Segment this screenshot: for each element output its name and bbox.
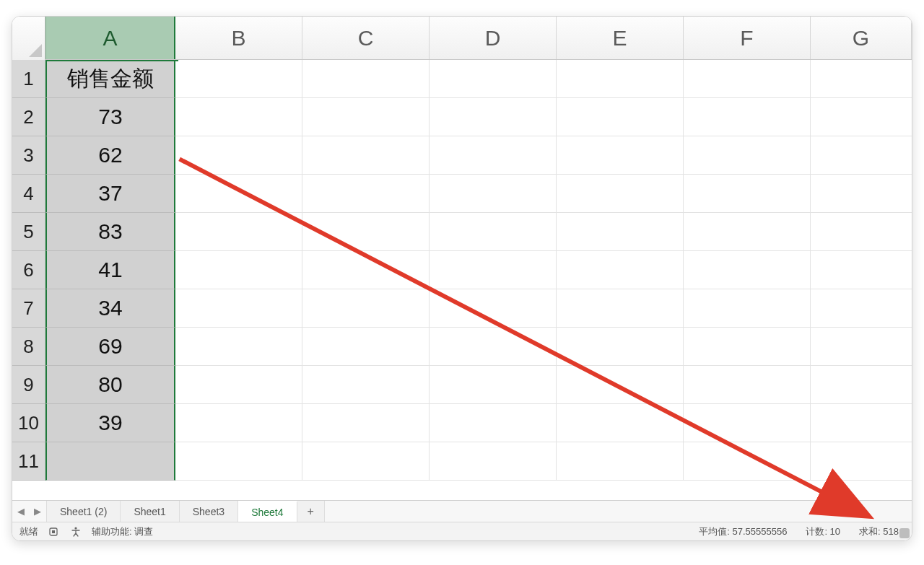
cell-C1[interactable] [302,60,430,98]
cell-E1[interactable] [557,60,684,98]
cell-B6[interactable] [175,251,302,289]
cell-B3[interactable] [175,136,302,175]
cell-E3[interactable] [557,136,684,175]
next-sheet-icon[interactable]: ▶ [34,506,41,517]
cell-G3[interactable] [811,136,912,175]
cell-D10[interactable] [430,404,557,442]
cell-E6[interactable] [557,251,684,289]
cell-B2[interactable] [175,98,302,136]
cell-A6[interactable]: 41 [45,251,175,289]
cell-B4[interactable] [175,175,302,213]
cell-A1[interactable]: 销售金额 [45,60,175,98]
sheet-tab[interactable]: Sheet1 (2) [47,501,121,522]
cell-G7[interactable] [811,289,912,328]
row-header-3[interactable]: 3 [12,136,45,175]
cell-A11[interactable] [45,442,175,481]
cell-D4[interactable] [430,175,557,213]
cell-F2[interactable] [684,98,811,136]
cell-G9[interactable] [811,366,912,404]
cell-D6[interactable] [430,251,557,289]
cell-E11[interactable] [557,442,684,481]
column-header-G[interactable]: G [811,17,912,59]
cell-A10[interactable]: 39 [45,404,175,442]
cell-F1[interactable] [684,60,811,98]
cell-D5[interactable] [430,213,557,251]
cell-E5[interactable] [557,213,684,251]
cell-A9[interactable]: 80 [45,366,175,404]
cell-C7[interactable] [302,289,430,328]
cell-D1[interactable] [430,60,557,98]
cell-C6[interactable] [302,251,430,289]
cell-G4[interactable] [811,175,912,213]
cell-E2[interactable] [557,98,684,136]
cell-G8[interactable] [811,328,912,366]
sheet-tab[interactable]: Sheet3 [180,501,238,522]
add-sheet-button[interactable]: + [297,501,325,522]
cell-D11[interactable] [430,442,557,481]
cell-B11[interactable] [175,442,302,481]
cell-C10[interactable] [302,404,430,442]
sheet-tab-active[interactable]: Sheet4 [238,501,297,522]
select-all-corner[interactable] [12,17,45,60]
cell-G5[interactable] [811,213,912,251]
cell-F3[interactable] [684,136,811,175]
cell-G6[interactable] [811,251,912,289]
cell-C11[interactable] [302,442,430,481]
column-header-A[interactable]: A [45,17,175,59]
grid-body[interactable]: 1 销售金额 2 73 3 62 [12,60,912,500]
row-header-1[interactable]: 1 [12,60,45,98]
row-header-4[interactable]: 4 [12,175,45,213]
cell-G1[interactable] [811,60,912,98]
cell-F8[interactable] [684,328,811,366]
cell-A4[interactable]: 37 [45,175,175,213]
cell-F11[interactable] [684,442,811,481]
accessibility-icon[interactable] [70,526,82,538]
row-header-9[interactable]: 9 [12,366,45,404]
cell-B1[interactable] [175,60,302,98]
cell-F6[interactable] [684,251,811,289]
cell-B9[interactable] [175,366,302,404]
cell-E4[interactable] [557,175,684,213]
cell-C4[interactable] [302,175,430,213]
cell-G2[interactable] [811,98,912,136]
cell-C8[interactable] [302,328,430,366]
macro-record-icon[interactable] [48,526,60,538]
sheet-tab[interactable]: Sheet1 [121,501,179,522]
row-header-7[interactable]: 7 [12,289,45,328]
row-header-2[interactable]: 2 [12,98,45,136]
row-header-6[interactable]: 6 [12,251,45,289]
cell-A3[interactable]: 62 [45,136,175,175]
cell-F10[interactable] [684,404,811,442]
accessibility-label[interactable]: 辅助功能: 调查 [92,525,153,538]
column-header-E[interactable]: E [557,17,684,59]
cell-F5[interactable] [684,213,811,251]
cell-D2[interactable] [430,98,557,136]
column-header-C[interactable]: C [302,17,430,59]
cell-C5[interactable] [302,213,430,251]
cell-A5[interactable]: 83 [45,213,175,251]
column-header-D[interactable]: D [430,17,557,59]
prev-sheet-icon[interactable]: ◀ [17,506,25,517]
cell-G11[interactable] [811,442,912,481]
cell-G10[interactable] [811,404,912,442]
cell-A8[interactable]: 69 [45,328,175,366]
cell-A7[interactable]: 34 [45,289,175,328]
resize-grip-icon[interactable] [899,528,910,538]
cell-D8[interactable] [430,328,557,366]
cell-B5[interactable] [175,213,302,251]
cell-F7[interactable] [684,289,811,328]
column-header-B[interactable]: B [175,17,302,59]
row-header-5[interactable]: 5 [12,213,45,251]
cell-C9[interactable] [302,366,430,404]
column-header-F[interactable]: F [684,17,811,59]
cell-B7[interactable] [175,289,302,328]
cell-B8[interactable] [175,328,302,366]
cell-C3[interactable] [302,136,430,175]
cell-A2[interactable]: 73 [45,98,175,136]
cell-E8[interactable] [557,328,684,366]
cell-B10[interactable] [175,404,302,442]
cell-D3[interactable] [430,136,557,175]
cell-C2[interactable] [302,98,430,136]
cell-E7[interactable] [557,289,684,328]
cell-F9[interactable] [684,366,811,404]
